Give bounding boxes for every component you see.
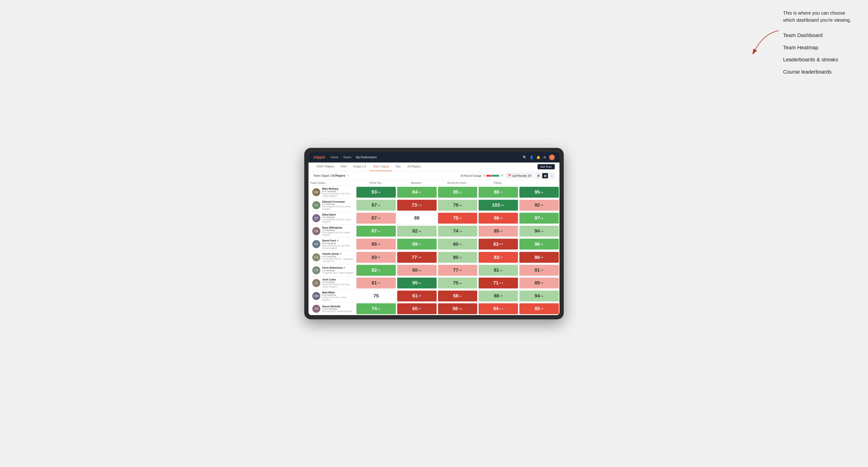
col-player-quality[interactable]: Player Quality ↓	[309, 180, 356, 186]
score-value: 71	[493, 280, 498, 286]
nav-link-myperformance[interactable]: My Performance	[356, 155, 377, 160]
score-value: 80	[453, 242, 458, 247]
player-info: Blair McHargPlus HandicapRoyal North Dev…	[322, 187, 354, 197]
nav-link-teams[interactable]: Teams	[343, 155, 351, 160]
score-change: 11▼	[417, 204, 422, 206]
score-cell: 871▲	[356, 199, 397, 211]
player-name: Edward Crossman	[322, 200, 354, 203]
table-row[interactable]: CRChris Robertson ✓1-5 HandicapCraigmill…	[309, 264, 559, 277]
tab-tour[interactable]: Tour	[392, 162, 404, 171]
score-value: 96	[535, 242, 540, 247]
score-change: 1▲	[459, 230, 462, 232]
score-inner: 7311▼	[397, 200, 437, 211]
score-cell: 897▲	[397, 238, 437, 250]
tab-all-players[interactable]: All Players	[404, 162, 424, 171]
view-heatmap-button[interactable]: ▦	[542, 173, 548, 179]
score-value: 83	[371, 255, 377, 260]
score-value: 58	[453, 306, 458, 311]
player-avatar: JC	[312, 279, 320, 287]
score-inner: 941▲	[519, 226, 559, 237]
score-cell: 853▼	[478, 225, 519, 237]
player-info: Matt Miller6-10 HandicapWoburn Golf Club…	[322, 291, 354, 301]
nav-logo: clippd	[313, 155, 325, 159]
table-row[interactable]: CQCharlie Quick ✓6-10 HandicapSt. George…	[309, 251, 559, 264]
score-inner: 853▼	[356, 239, 396, 250]
col-off-tee[interactable]: Off the Tee ↓	[356, 180, 397, 186]
edit-icon[interactable]: ✎	[347, 174, 349, 177]
score-cell: 866▼	[478, 212, 519, 224]
tab-hcaps[interactable]: Hcaps 1-5	[350, 162, 370, 171]
player-avatar: DB	[312, 227, 320, 235]
score-value: 88	[494, 189, 499, 195]
player-cell: BMBlair McHargPlus HandicapRoyal North D…	[309, 186, 356, 198]
score-value: 87	[371, 203, 377, 208]
score-value: 77	[453, 268, 458, 273]
view-grid-button[interactable]: ⊞	[535, 173, 541, 179]
bell-icon[interactable]: 🔔	[536, 155, 540, 159]
player-info: Chris Robertson ✓1-5 HandicapCraigmillar…	[322, 266, 353, 274]
score-inner: 814▲	[478, 265, 518, 276]
last-rounds-button[interactable]: 📅 Last Rounds: 20	[506, 173, 533, 178]
col-putting[interactable]: Putting ↓	[478, 180, 519, 186]
player-avatar: CQ	[312, 253, 320, 261]
score-cell: 854▼	[519, 303, 559, 315]
score-cell: 824▲	[397, 225, 437, 237]
table-row[interactable]: ANAaron Nicholls11-15 HandicapDrift Golf…	[309, 303, 559, 315]
player-club: Sunningdale Golf Club, United Kingdom	[322, 206, 354, 210]
table-row[interactable]: BMBlair McHargPlus HandicapRoyal North D…	[309, 186, 559, 199]
score-inner: 803▲	[438, 239, 477, 250]
change-pos: +5	[500, 174, 503, 177]
score-inner: 801▲	[438, 252, 477, 263]
score-change: 3▲	[377, 269, 381, 272]
score-cell: 823▲	[356, 264, 397, 276]
tab-team-clippd[interactable]: Team Clippd	[370, 162, 392, 171]
table-row[interactable]: DFDavid Ford ✓Plus HandicapRoyal North D…	[309, 238, 559, 251]
score-cell: 892▼	[519, 277, 559, 289]
score-cell: 836▼	[478, 251, 519, 263]
player-info: Aaron Nicholls11-15 HandicapDrift Golf C…	[322, 305, 352, 312]
col-around-green[interactable]: Around the Green ↓	[437, 180, 478, 186]
sub-nav: PGAT Players PGA Hcaps 1-5 Team Clippd T…	[309, 162, 559, 172]
player-handicap: 1-5 Handicap	[322, 281, 354, 283]
user-icon[interactable]: 👤	[530, 155, 533, 159]
score-inner: 897▲	[397, 239, 437, 250]
score-inner: 833▼	[356, 252, 396, 263]
add-team-button[interactable]: Add Team	[537, 164, 555, 169]
score-cell: 813▼	[356, 277, 397, 289]
search-icon[interactable]: 🔍	[523, 155, 527, 159]
score-change: 9▲	[377, 191, 381, 193]
table-row[interactable]: MMMatt Miller6-10 HandicapWoburn Golf Cl…	[309, 290, 559, 303]
player-name: Blair McHarg	[322, 187, 354, 190]
avatar[interactable]: U	[549, 154, 555, 160]
player-handicap: Plus Handicap	[322, 242, 354, 245]
score-value: 60	[412, 268, 417, 273]
score-value: 75	[373, 293, 379, 299]
score-change: 14▼	[417, 256, 422, 258]
table-row[interactable]: ECEdward Crossman1-5 HandicapSunningdale…	[309, 199, 559, 212]
score-inner: 748▲	[356, 303, 396, 314]
score-change: 4▼	[540, 308, 544, 310]
score-inner: 846▲	[397, 187, 437, 198]
score-cell: 602▲	[397, 264, 437, 276]
settings-icon[interactable]: ⚙	[543, 155, 546, 159]
tab-pgat[interactable]: PGAT Players	[313, 162, 338, 171]
player-name: Aaron Nicholls	[322, 305, 352, 308]
score-value: 79	[453, 203, 458, 208]
table-row[interactable]: DBDave Billingham1-5 HandicapGog Magog G…	[309, 225, 559, 238]
round-change: 20 Round Change -5 +5	[460, 174, 503, 177]
score-change: 2▼	[540, 282, 544, 284]
nav-link-home[interactable]: Home	[331, 155, 338, 160]
score-cell: 923▼	[519, 199, 559, 211]
table-row[interactable]: JCJosh Coles1-5 HandicapRoyal North Devo…	[309, 277, 559, 290]
player-info: Charlie Quick ✓6-10 HandicapSt. George's…	[322, 252, 354, 262]
score-inner: 773▼	[438, 265, 477, 276]
player-club: Craigmillar Park, United Kingdom	[322, 272, 353, 274]
score-cell: 88	[397, 212, 437, 224]
table-row[interactable]: EEElliot Ebert1-5 HandicapSunningdale Go…	[309, 212, 559, 225]
score-value: 97	[535, 215, 540, 221]
view-download-button[interactable]: ↓	[549, 173, 555, 179]
col-approach[interactable]: Approach ↓	[397, 180, 437, 186]
tab-pga[interactable]: PGA	[338, 162, 350, 171]
score-value: 93	[371, 189, 377, 195]
score-cell: 799▲	[437, 199, 478, 211]
